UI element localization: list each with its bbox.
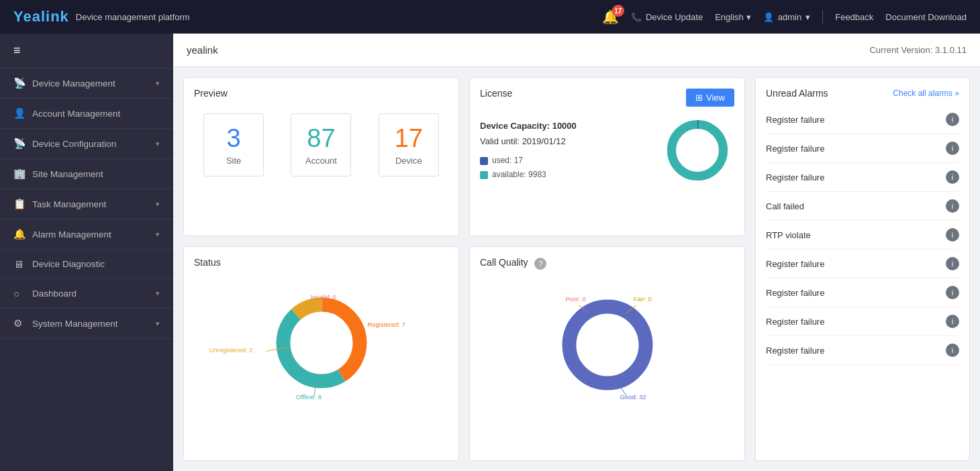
device-config-icon: 📡 xyxy=(13,138,26,150)
notification-bell[interactable]: 🔔 17 xyxy=(602,9,619,25)
sidebar-item-site-management[interactable]: 🏢 Site Management xyxy=(0,159,173,189)
svg-text:Unregistered: 2: Unregistered: 2 xyxy=(209,347,252,354)
svg-point-13 xyxy=(569,307,646,383)
alarms-header: Unread Alarms Check all alarms » xyxy=(766,88,959,99)
call-quality-card: Call Quality ? Poor: 0 Fair: 0 Good: 32 xyxy=(469,246,745,461)
app-subtitle: Device management platform xyxy=(76,12,190,22)
used-dot xyxy=(480,157,488,165)
alarm-info-icon[interactable]: i xyxy=(946,344,959,357)
sidebar-item-label: Alarm Management xyxy=(32,229,149,240)
notification-badge: 17 xyxy=(612,5,624,17)
device-update-label: Device Update xyxy=(646,12,703,22)
alarm-info-icon[interactable]: i xyxy=(946,199,959,213)
sidebar-item-dashboard[interactable]: ○ Dashboard ▾ xyxy=(0,279,173,309)
alarm-item: Register failure i xyxy=(766,105,959,134)
device-count: 17 xyxy=(393,124,425,153)
alarm-item: Register failure i xyxy=(766,250,959,278)
view-button[interactable]: ⊞ View xyxy=(686,89,734,107)
sidebar-toggle[interactable]: ≡ xyxy=(0,34,173,68)
dashboard-icon: ○ xyxy=(13,288,26,299)
phone-icon: 📞 xyxy=(631,12,642,22)
account-label: Account xyxy=(305,156,337,166)
license-donut-chart xyxy=(660,113,734,187)
sidebar-item-label: Task Management xyxy=(32,199,149,209)
alarm-item: Call failed i xyxy=(766,192,959,221)
check-all-alarms-link[interactable]: Check all alarms » xyxy=(893,89,959,98)
site-count: 3 xyxy=(217,124,250,153)
chevron-down-icon: ▾ xyxy=(746,12,751,22)
alarm-info-icon[interactable]: i xyxy=(946,257,959,270)
alarms-list: Register failure i Register failure i Re… xyxy=(766,105,959,365)
status-title: Status xyxy=(194,257,448,268)
call-quality-svg: Poor: 0 Fair: 0 Good: 32 xyxy=(544,281,671,409)
legend-used: used: 17 xyxy=(480,154,647,168)
alarm-label: Register failure xyxy=(766,144,824,154)
alarm-label: Register failure xyxy=(766,172,824,182)
sidebar-item-account-management[interactable]: 👤 Account Management xyxy=(0,99,173,129)
call-quality-chart-container: Poor: 0 Fair: 0 Good: 32 xyxy=(480,278,734,412)
breadcrumb: yealink xyxy=(187,44,218,56)
site-label: Site xyxy=(217,156,250,166)
status-card: Status Invalid: 0 Register xyxy=(183,246,459,461)
alarms-card: Unread Alarms Check all alarms » Registe… xyxy=(755,77,970,461)
language-selector[interactable]: English ▾ xyxy=(715,12,751,22)
license-header: License ⊞ View xyxy=(480,88,734,107)
svg-text:Registered: 7: Registered: 7 xyxy=(367,321,405,329)
sidebar-item-label: Dashboard xyxy=(32,289,149,299)
question-icon: ? xyxy=(534,258,546,270)
available-text: available: 9983 xyxy=(492,168,546,182)
user-icon: 👤 xyxy=(763,12,774,22)
header-divider xyxy=(822,10,823,23)
status-donut-svg: Invalid: 0 Registered: 7 Unregistered: 2… xyxy=(258,279,385,407)
svg-text:Invalid: 0: Invalid: 0 xyxy=(310,294,336,301)
alarm-item: Register failure i xyxy=(766,163,959,192)
site-management-icon: 🏢 xyxy=(13,168,26,180)
main-layout: ≡ 📡 Device Management ▾ 👤 Account Manage… xyxy=(0,34,980,471)
sidebar-item-label: Site Management xyxy=(32,169,160,179)
svg-text:Good: 32: Good: 32 xyxy=(620,392,646,400)
device-update-button[interactable]: 📞 Device Update xyxy=(631,12,703,22)
alarm-info-icon[interactable]: i xyxy=(946,170,959,184)
logo-area: Yealink Device management platform xyxy=(13,8,190,25)
header: Yealink Device management platform 🔔 17 … xyxy=(0,0,980,34)
logo: Yealink xyxy=(13,8,69,25)
sidebar-item-device-diagnostic[interactable]: 🖥 Device Diagnostic xyxy=(0,250,173,279)
version-label: Current Version: 3.1.0.11 xyxy=(869,45,967,55)
chevron-down-icon: ▾ xyxy=(156,289,160,298)
license-info: Device Capacity: 10000 Valid until: 2019… xyxy=(480,118,647,182)
sidebar-item-label: Account Management xyxy=(32,109,160,119)
sidebar-item-alarm-management[interactable]: 🔔 Alarm Management ▾ xyxy=(0,219,173,250)
device-label: Device xyxy=(393,156,425,166)
alarm-info-icon[interactable]: i xyxy=(946,113,959,126)
alarm-item: Register failure i xyxy=(766,307,959,336)
sidebar-item-task-management[interactable]: 📋 Task Management ▾ xyxy=(0,189,173,219)
device-management-icon: 📡 xyxy=(13,77,26,89)
sidebar-item-device-configuration[interactable]: 📡 Device Configuration ▾ xyxy=(0,129,173,159)
account-management-icon: 👤 xyxy=(13,107,26,119)
header-actions: 🔔 17 📞 Device Update English ▾ 👤 admin ▾… xyxy=(602,9,967,25)
license-title: License xyxy=(480,88,512,99)
document-download-link[interactable]: Document Download xyxy=(885,12,967,22)
sidebar-item-device-management[interactable]: 📡 Device Management ▾ xyxy=(0,68,173,99)
sidebar-item-label: System Management xyxy=(32,319,149,329)
svg-point-0 xyxy=(672,125,724,176)
metric-account: 87 Account xyxy=(291,113,351,176)
alarm-info-icon[interactable]: i xyxy=(946,315,959,328)
chevron-down-icon: ▾ xyxy=(156,230,160,239)
preview-card: Preview 3 Site 87 Account 17 Device xyxy=(183,77,459,236)
admin-menu[interactable]: 👤 admin ▾ xyxy=(763,12,810,22)
alarms-title: Unread Alarms xyxy=(766,88,828,99)
alarm-info-icon[interactable]: i xyxy=(946,286,959,299)
alarm-info-icon[interactable]: i xyxy=(946,228,959,242)
alarm-info-icon[interactable]: i xyxy=(946,142,959,155)
feedback-link[interactable]: Feedback xyxy=(835,12,873,22)
alarm-label: Register failure xyxy=(766,346,824,356)
content-header: yealink Current Version: 3.1.0.11 xyxy=(173,34,980,67)
sidebar-item-system-management[interactable]: ⚙ System Management ▾ xyxy=(0,309,173,339)
valid-until: Valid until: 2019/01/12 xyxy=(480,134,647,149)
alarm-item: RTP violate i xyxy=(766,221,959,250)
sidebar: ≡ 📡 Device Management ▾ 👤 Account Manage… xyxy=(0,34,173,471)
chevron-down-icon: ▾ xyxy=(805,12,810,22)
available-dot xyxy=(480,171,488,179)
alarm-label: Register failure xyxy=(766,115,824,125)
